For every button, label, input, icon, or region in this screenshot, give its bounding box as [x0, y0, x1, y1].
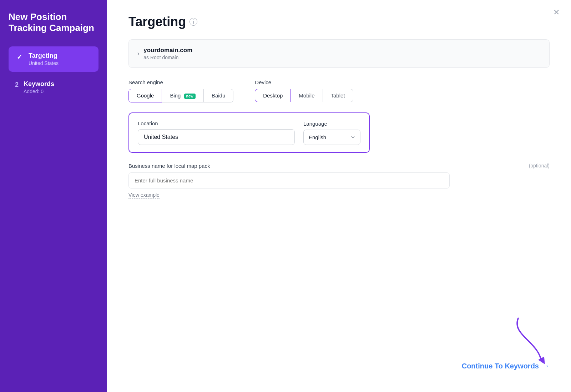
- domain-box: › yourdomain.com as Root domain: [128, 39, 550, 68]
- engine-baidu-button[interactable]: Baidu: [204, 89, 233, 102]
- continue-area: Continue To Keywords →: [462, 315, 550, 371]
- engine-google-button[interactable]: Google: [128, 89, 162, 102]
- step-keywords-label: Keywords: [24, 80, 54, 88]
- device-label: Device: [255, 79, 353, 85]
- continue-to-keywords-button[interactable]: Continue To Keywords →: [462, 361, 550, 371]
- search-engine-label: Search engine: [128, 79, 233, 85]
- device-column: Device Desktop Mobile Tablet: [255, 79, 353, 102]
- domain-chevron-icon[interactable]: ›: [137, 50, 139, 57]
- language-label: Language: [303, 121, 360, 127]
- step-keywords-sublabel: Added: 0: [24, 89, 54, 94]
- sidebar: New Position Tracking Campaign ✓ Targeti…: [0, 0, 107, 392]
- sidebar-item-targeting[interactable]: ✓ Targeting United States: [9, 46, 98, 72]
- continue-button-label: Continue To Keywords: [462, 362, 539, 370]
- language-field-group: Language English Spanish French German C…: [303, 121, 360, 145]
- location-field-group: Location: [138, 120, 295, 145]
- business-name-input[interactable]: [128, 172, 450, 189]
- device-mobile-button[interactable]: Mobile: [291, 89, 323, 102]
- step-targeting-label: Targeting: [29, 52, 59, 60]
- sidebar-item-keywords[interactable]: 2 Keywords Added: 0: [9, 75, 98, 100]
- view-example-link[interactable]: View example: [128, 192, 160, 198]
- location-input[interactable]: [138, 129, 295, 145]
- curved-arrow-icon: [507, 315, 550, 365]
- business-label-row: Business name for local map pack (option…: [128, 163, 550, 169]
- device-toggle-group: Desktop Mobile Tablet: [255, 89, 353, 102]
- business-name-section: Business name for local map pack (option…: [128, 163, 550, 198]
- optional-label: (optional): [529, 163, 550, 169]
- page-title: Targeting: [128, 14, 186, 29]
- info-icon[interactable]: i: [190, 18, 197, 26]
- location-label: Location: [138, 120, 295, 126]
- continue-arrow-icon: →: [542, 361, 550, 371]
- location-language-section: Location Language English Spanish French…: [128, 112, 370, 153]
- device-desktop-button[interactable]: Desktop: [255, 89, 291, 102]
- step-number-2: 2: [15, 81, 19, 89]
- sidebar-title: New Position Tracking Campaign: [9, 11, 98, 34]
- main-content: ✕ Targeting i › yourdomain.com as Root d…: [107, 0, 571, 392]
- step-check-icon: ✓: [15, 53, 24, 61]
- search-engine-column: Search engine Google Bing new Baidu: [128, 79, 233, 102]
- domain-name: yourdomain.com: [143, 47, 192, 54]
- search-engine-toggle-group: Google Bing new Baidu: [128, 89, 233, 102]
- close-button[interactable]: ✕: [553, 9, 560, 16]
- device-tablet-button[interactable]: Tablet: [323, 89, 353, 102]
- language-select[interactable]: English Spanish French German Chinese: [303, 130, 360, 145]
- step-targeting-sublabel: United States: [29, 60, 59, 66]
- bing-new-badge: new: [184, 94, 196, 99]
- engine-device-row: Search engine Google Bing new Baidu Devi…: [128, 79, 550, 102]
- business-label: Business name for local map pack: [128, 163, 210, 169]
- engine-bing-button[interactable]: Bing new: [162, 89, 204, 102]
- domain-type: as Root domain: [143, 55, 192, 60]
